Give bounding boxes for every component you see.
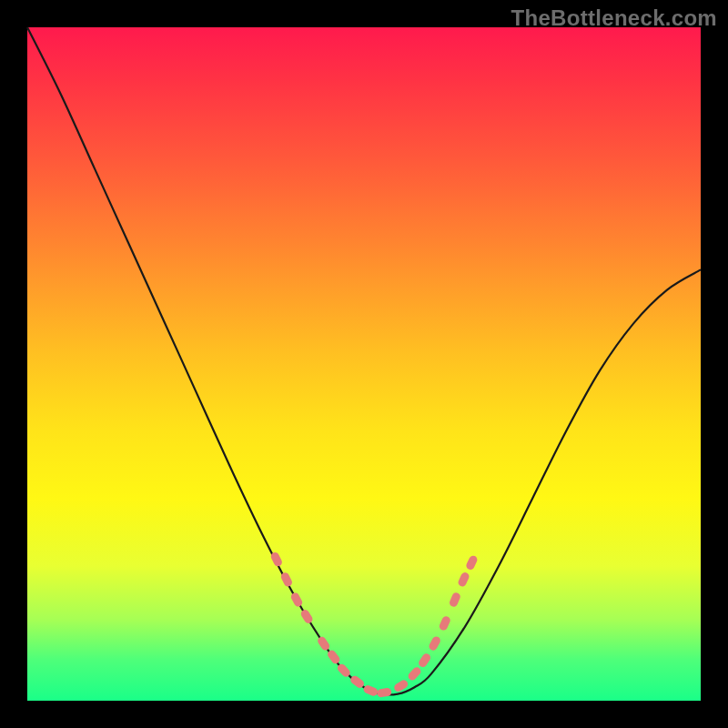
curve-marker — [299, 608, 314, 624]
curve-marker — [377, 687, 392, 697]
watermark-text: TheBottleneck.com — [511, 5, 717, 31]
curve-marker — [457, 571, 470, 588]
curve-marker — [289, 592, 304, 608]
marker-group — [269, 551, 479, 697]
curve-marker — [438, 615, 451, 632]
curve-marker — [449, 592, 462, 608]
curve-marker — [428, 635, 442, 652]
curve-marker — [362, 684, 379, 697]
curve-marker — [316, 635, 330, 652]
bottleneck-curve — [27, 27, 701, 695]
plot-area — [27, 27, 701, 701]
curve-marker — [417, 652, 431, 668]
curve-marker — [407, 665, 422, 682]
chart-frame: TheBottleneck.com — [0, 0, 728, 728]
curve-layer — [27, 27, 701, 701]
curve-marker — [465, 554, 479, 571]
